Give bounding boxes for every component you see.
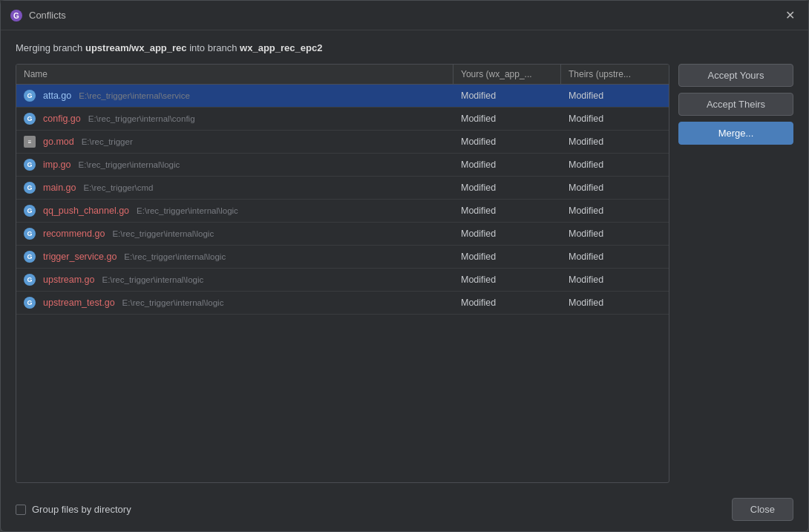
table-header: Name Yours (wx_app_... Theirs (upstre... bbox=[16, 65, 669, 85]
go-file-icon: G bbox=[24, 205, 36, 217]
cell-theirs: Modified bbox=[561, 131, 669, 152]
cell-yours: Modified bbox=[453, 85, 561, 106]
filename: trigger_service.go bbox=[43, 252, 117, 262]
cell-theirs: Modified bbox=[561, 108, 669, 129]
action-buttons-panel: Accept Yours Accept Theirs Merge... bbox=[678, 64, 793, 483]
group-files-label: Group files by directory bbox=[32, 504, 131, 515]
cell-yours: Modified bbox=[453, 131, 561, 152]
mod-file-icon: ≡ bbox=[24, 136, 36, 148]
group-files-checkbox[interactable] bbox=[16, 505, 26, 515]
cell-name: G upstream.go E:\rec_trigger\internal\lo… bbox=[16, 269, 453, 291]
cell-theirs: Modified bbox=[561, 200, 669, 221]
cell-theirs: Modified bbox=[561, 154, 669, 175]
filename: config.go bbox=[43, 114, 81, 124]
go-file-icon: G bbox=[24, 90, 36, 102]
go-file-icon: G bbox=[24, 251, 36, 263]
app-icon: G bbox=[10, 9, 23, 22]
cell-theirs: Modified bbox=[561, 269, 669, 290]
cell-name: G qq_push_channel.go E:\rec_trigger\inte… bbox=[16, 200, 453, 222]
cell-theirs: Modified bbox=[561, 85, 669, 106]
go-file-icon: G bbox=[24, 113, 36, 125]
table-row[interactable]: G recommend.go E:\rec_trigger\internal\l… bbox=[16, 223, 669, 246]
filepath: E:\rec_trigger\internal\logic bbox=[124, 252, 226, 261]
cell-name: G trigger_service.go E:\rec_trigger\inte… bbox=[16, 246, 453, 268]
filename: main.go bbox=[43, 183, 76, 193]
go-file-icon: G bbox=[24, 274, 36, 286]
close-button[interactable]: Close bbox=[732, 498, 793, 521]
table-row[interactable]: G config.go E:\rec_trigger\internal\conf… bbox=[16, 108, 669, 131]
filepath: E:\rec_trigger\internal\logic bbox=[122, 298, 224, 307]
accept-theirs-button[interactable]: Accept Theirs bbox=[678, 93, 793, 116]
cell-yours: Modified bbox=[453, 108, 561, 129]
title-bar: G Conflicts ✕ bbox=[1, 1, 808, 30]
table-row[interactable]: G atta.go E:\rec_trigger\internal\servic… bbox=[16, 85, 669, 108]
table-body[interactable]: G atta.go E:\rec_trigger\internal\servic… bbox=[16, 85, 669, 482]
filepath: E:\rec_trigger\internal\config bbox=[88, 114, 195, 123]
col-header-theirs: Theirs (upstre... bbox=[561, 65, 669, 84]
content-area: Merging branch upstream/wx_app_rec into … bbox=[1, 30, 808, 490]
filename: upstream.go bbox=[43, 275, 94, 285]
cell-yours: Modified bbox=[453, 200, 561, 221]
table-row[interactable]: G imp.go E:\rec_trigger\internal\logic M… bbox=[16, 154, 669, 177]
bottom-bar: Group files by directory Close bbox=[1, 490, 808, 531]
col-header-yours: Yours (wx_app_... bbox=[453, 65, 561, 84]
cell-name: G recommend.go E:\rec_trigger\internal\l… bbox=[16, 223, 453, 245]
conflicts-table: Name Yours (wx_app_... Theirs (upstre...… bbox=[16, 64, 669, 483]
filename: upstream_test.go bbox=[43, 298, 115, 308]
table-row[interactable]: ≡ go.mod E:\rec_trigger Modified Modifie… bbox=[16, 131, 669, 154]
cell-name: ≡ go.mod E:\rec_trigger bbox=[16, 131, 453, 153]
merge-info: Merging branch upstream/wx_app_rec into … bbox=[16, 42, 793, 53]
filepath: E:\rec_trigger bbox=[82, 137, 133, 146]
table-row[interactable]: G trigger_service.go E:\rec_trigger\inte… bbox=[16, 246, 669, 269]
cell-name: G main.go E:\rec_trigger\cmd bbox=[16, 177, 453, 199]
dialog-title: Conflicts bbox=[29, 10, 781, 21]
filename: go.mod bbox=[43, 137, 74, 147]
cell-theirs: Modified bbox=[561, 246, 669, 267]
close-title-button[interactable]: ✕ bbox=[781, 8, 799, 23]
cell-name: G atta.go E:\rec_trigger\internal\servic… bbox=[16, 85, 453, 107]
col-header-name: Name bbox=[16, 65, 453, 84]
go-file-icon: G bbox=[24, 159, 36, 171]
filepath: E:\rec_trigger\internal\logic bbox=[79, 160, 180, 169]
footer-buttons: Close bbox=[732, 498, 793, 521]
table-row[interactable]: G qq_push_channel.go E:\rec_trigger\inte… bbox=[16, 200, 669, 223]
filename: atta.go bbox=[43, 91, 71, 101]
conflicts-dialog: G Conflicts ✕ Merging branch upstream/wx… bbox=[0, 0, 809, 532]
filepath: E:\rec_trigger\internal\logic bbox=[112, 229, 214, 238]
cell-yours: Modified bbox=[453, 223, 561, 244]
table-row[interactable]: G main.go E:\rec_trigger\cmd Modified Mo… bbox=[16, 177, 669, 200]
filepath: E:\rec_trigger\internal\service bbox=[79, 91, 190, 100]
table-row[interactable]: G upstream_test.go E:\rec_trigger\intern… bbox=[16, 292, 669, 315]
filepath: E:\rec_trigger\internal\logic bbox=[102, 275, 203, 284]
cell-yours: Modified bbox=[453, 154, 561, 175]
cell-theirs: Modified bbox=[561, 223, 669, 244]
filepath: E:\rec_trigger\cmd bbox=[83, 183, 153, 192]
cell-theirs: Modified bbox=[561, 292, 669, 313]
accept-yours-button[interactable]: Accept Yours bbox=[678, 64, 793, 87]
filename: qq_push_channel.go bbox=[43, 206, 129, 216]
filename: imp.go bbox=[43, 160, 71, 170]
filename: recommend.go bbox=[43, 229, 105, 239]
cell-yours: Modified bbox=[453, 269, 561, 290]
cell-theirs: Modified bbox=[561, 177, 669, 198]
table-row[interactable]: G upstream.go E:\rec_trigger\internal\lo… bbox=[16, 269, 669, 292]
group-files-row: Group files by directory bbox=[16, 504, 732, 515]
svg-text:G: G bbox=[13, 12, 19, 20]
cell-yours: Modified bbox=[453, 177, 561, 198]
cell-yours: Modified bbox=[453, 246, 561, 267]
filepath: E:\rec_trigger\internal\logic bbox=[137, 206, 238, 215]
go-file-icon: G bbox=[24, 297, 36, 309]
cell-name: G config.go E:\rec_trigger\internal\conf… bbox=[16, 108, 453, 130]
go-file-icon: G bbox=[24, 182, 36, 194]
go-file-icon: G bbox=[24, 228, 36, 240]
main-row: Name Yours (wx_app_... Theirs (upstre...… bbox=[16, 64, 793, 483]
cell-yours: Modified bbox=[453, 292, 561, 313]
cell-name: G upstream_test.go E:\rec_trigger\intern… bbox=[16, 292, 453, 314]
cell-name: G imp.go E:\rec_trigger\internal\logic bbox=[16, 154, 453, 176]
merge-button[interactable]: Merge... bbox=[678, 122, 793, 145]
